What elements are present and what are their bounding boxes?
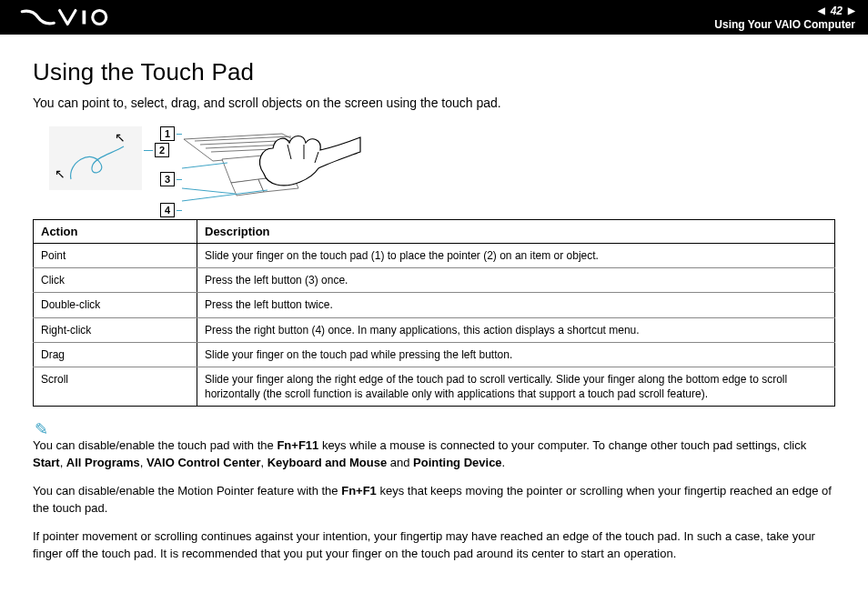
intro-text: You can point to, select, drag, and scro… bbox=[33, 95, 835, 110]
table-row: Double-clickPress the left button twice. bbox=[34, 293, 835, 317]
top-bar: ◀ 42 ▶ Using Your VAIO Computer bbox=[0, 0, 868, 35]
page-number: 42 bbox=[831, 5, 843, 17]
callout-1: 1 bbox=[160, 126, 175, 141]
page-nav: ◀ 42 ▶ bbox=[818, 5, 855, 17]
figure-cursor: ↖ ↖ 2 bbox=[49, 126, 142, 190]
table-row: Right-clickPress the right button (4) on… bbox=[34, 317, 835, 342]
figure-row: ↖ ↖ 2 1 3 4 bbox=[49, 126, 835, 206]
table-row: DragSlide your finger on the touch pad w… bbox=[34, 342, 835, 367]
note-1: You can disable/enable the touch pad wit… bbox=[33, 437, 835, 472]
breadcrumb: Using Your VAIO Computer bbox=[714, 18, 855, 31]
table-row: ScrollSlide your finger along the right … bbox=[34, 367, 835, 406]
page-title: Using the Touch Pad bbox=[33, 58, 835, 86]
cursor-icon: ↖ bbox=[115, 130, 126, 145]
notes-section: ✎ You can disable/enable the touch pad w… bbox=[33, 421, 835, 562]
callout-3: 3 bbox=[160, 172, 175, 186]
pointer-path-icon bbox=[64, 136, 142, 188]
header-right: ◀ 42 ▶ Using Your VAIO Computer bbox=[714, 5, 855, 31]
cursor-icon: ↖ bbox=[55, 166, 66, 181]
vaio-logo bbox=[16, 8, 116, 26]
table-head-desc: Description bbox=[197, 220, 835, 244]
note-icon: ✎ bbox=[35, 421, 835, 437]
svg-point-1 bbox=[93, 11, 106, 25]
actions-table: Action Description PointSlide your finge… bbox=[33, 219, 835, 407]
page-content: Using the Touch Pad You can point to, se… bbox=[0, 35, 868, 562]
vaio-logo-svg bbox=[16, 8, 116, 26]
table-row: ClickPress the left button (3) once. bbox=[34, 268, 835, 293]
hand-icon bbox=[246, 121, 364, 194]
callout-4: 4 bbox=[160, 203, 175, 217]
note-3: If pointer movement or scrolling continu… bbox=[33, 528, 835, 563]
table-row: PointSlide your finger on the touch pad … bbox=[34, 244, 835, 268]
note-2: You can disable/enable the Motion Pointe… bbox=[33, 483, 835, 518]
prev-page-icon[interactable]: ◀ bbox=[818, 5, 825, 15]
figure-touchpad: 1 3 4 bbox=[182, 126, 355, 206]
next-page-icon[interactable]: ▶ bbox=[848, 5, 855, 15]
table-head-action: Action bbox=[34, 220, 197, 244]
svg-rect-0 bbox=[83, 11, 86, 25]
